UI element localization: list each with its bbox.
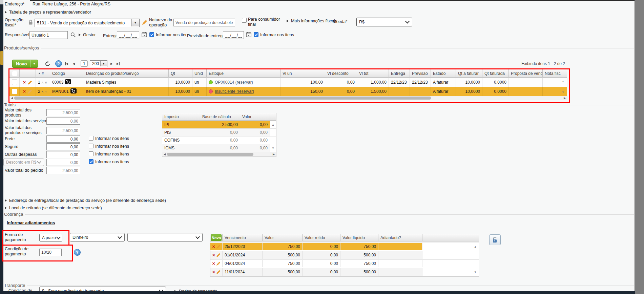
unlock-installments-button[interactable] (489, 234, 501, 245)
col-adiantado[interactable]: Adiantado? (378, 234, 422, 241)
scroll-left-icon[interactable]: ◀ (9, 97, 14, 100)
tax-row-cofins[interactable]: COFINS 0,00 0,00 (162, 136, 276, 144)
delete-row-icon[interactable]: × (212, 245, 215, 249)
total-prod-serv-input[interactable] (46, 127, 80, 134)
meio-pagamento-select[interactable]: Dinheiro (70, 233, 125, 241)
col-unid[interactable]: Unid (192, 69, 207, 78)
calendar-icon[interactable] (246, 32, 251, 37)
informar-adiantamentos-link[interactable]: Informar adiantamentos (7, 220, 55, 226)
outras-informar-checkbox[interactable] (89, 151, 94, 156)
edit-pencil-icon[interactable] (142, 20, 147, 25)
col-valor[interactable]: Valor (263, 234, 303, 241)
col-nota-fiscal[interactable]: Nota fisc (543, 69, 567, 78)
outras-despesas-input[interactable] (46, 151, 80, 158)
select-all-checkbox[interactable] (12, 71, 17, 76)
calendar-icon[interactable] (142, 32, 147, 37)
next-page-button[interactable]: ▶ (110, 61, 113, 67)
col-descricao[interactable]: Descrição do produto/serviço (84, 69, 169, 78)
col-vl-tot[interactable]: Vl tot (357, 69, 389, 78)
move-down-icon[interactable]: ∨ (45, 90, 47, 93)
endereco-entrega-toggle[interactable]: Endereço de entrega/local de prestação d… (5, 198, 166, 203)
payment-row-3[interactable]: × 04/01/2024 750,00 0,00 750,00 (210, 260, 479, 268)
edit-row-icon[interactable] (216, 253, 221, 257)
products-scroll-down-icon[interactable]: ▼ (562, 91, 564, 94)
product-row-2-selected[interactable]: × 2∧∨ MANU01 Item de manutenção - 01 10,… (9, 87, 567, 96)
row-checkbox[interactable] (12, 80, 17, 85)
camera-icon[interactable] (70, 88, 77, 94)
taxes-scroll-down-icon[interactable]: ▼ (272, 147, 274, 150)
local-retirada-toggle[interactable]: Local de retirada (se diferente do ender… (5, 206, 102, 210)
entrega-date-input[interactable] (117, 31, 139, 39)
col-entrega[interactable]: Entrega (389, 69, 410, 78)
forma-pagamento-select[interactable]: A prazo (39, 234, 62, 241)
col-valor-liquido[interactable]: Valor líquido (340, 234, 378, 241)
row-checkbox[interactable] (12, 89, 17, 94)
scroll-right-icon[interactable]: ▶ (562, 97, 567, 100)
col-previsao[interactable]: Previsão (410, 69, 431, 78)
novo-parcela-button[interactable]: Novo (211, 234, 222, 241)
responsavel-input[interactable] (29, 31, 68, 39)
move-up-icon[interactable]: ∧ (41, 81, 44, 84)
seguro-input[interactable] (46, 143, 80, 150)
dropdown-arrow-icon[interactable]: ▼ (131, 19, 139, 26)
move-down-icon[interactable]: ∨ (45, 81, 47, 84)
natureza-input[interactable] (173, 19, 235, 26)
payment-row-4[interactable]: × 11/01/2024 500,00 0,00 500,00 ▼ (210, 268, 479, 276)
total-pedido-input[interactable] (46, 167, 80, 174)
edit-row-icon[interactable] (28, 89, 32, 94)
payment-row-2[interactable]: × 01/01/2024 500,00 0,00 500,00 (210, 251, 479, 260)
dropdown-arrow-icon[interactable]: ▼ (100, 61, 107, 66)
condicao-pagamento-input[interactable] (39, 249, 62, 256)
desconto-tipo-select[interactable]: Desconto em R$ (3, 159, 44, 166)
refresh-icon[interactable] (44, 60, 51, 67)
move-up-icon[interactable]: ∧ (41, 90, 44, 93)
delete-row-icon[interactable]: × (23, 89, 26, 93)
entrega-informar-checkbox[interactable] (149, 32, 154, 37)
col-valor-retido[interactable]: Valor retido (303, 234, 340, 241)
previsao-date-input[interactable] (223, 31, 244, 39)
edit-row-icon[interactable] (216, 270, 221, 274)
page-size-select[interactable]: 200 ▼ (90, 60, 107, 67)
col-valor[interactable]: Valor (240, 113, 270, 121)
tax-row-pis[interactable]: PIS 0,00 0,00 (162, 129, 276, 136)
stock-link[interactable]: OP000014 (reservar) (215, 80, 253, 85)
select-all-header[interactable] (9, 69, 20, 78)
novo-dropdown-icon[interactable]: ▼ (31, 63, 38, 65)
page-number-input[interactable] (81, 60, 88, 67)
products-hscrollbar[interactable]: ◀ ▶ (9, 96, 567, 100)
edit-row-icon[interactable] (216, 261, 221, 266)
payment-row-1-selected[interactable]: × 25/12/2023 750,00 0,00 750,00 ▲ (210, 243, 479, 251)
frete-input[interactable] (46, 135, 80, 143)
tax-row-ipi-selected[interactable]: IPI 2.500,00 0,00 ▲ (162, 121, 276, 129)
product-row-1[interactable]: × 1∧∨ 00003 Madeira Simples 10,0000 un O… (9, 78, 567, 87)
frete-informar-checkbox[interactable] (89, 136, 94, 141)
desconto-informar-checkbox[interactable] (89, 159, 94, 164)
help-icon[interactable]: ? (74, 249, 81, 256)
tax-row-icms[interactable]: ICMS 0,00 0,00 ▼ (162, 144, 276, 152)
delete-row-icon[interactable]: × (23, 80, 26, 84)
col-codigo[interactable]: Código (50, 69, 84, 78)
col-qt[interactable]: Qt (169, 69, 192, 78)
seguro-informar-checkbox[interactable] (89, 144, 94, 148)
edit-row-icon[interactable] (216, 245, 221, 249)
prev-page-button[interactable]: ◀ (72, 61, 75, 67)
col-qt-a-faturar[interactable]: Qt a faturar (456, 69, 482, 78)
col-base[interactable]: Base de cálculo (200, 113, 240, 121)
col-vencimento[interactable]: Vencimento (223, 234, 263, 241)
col-qt-faturada[interactable]: Qt faturada (482, 69, 509, 78)
payments-scroll-up-icon[interactable]: ▲ (474, 245, 477, 248)
delete-row-icon[interactable]: × (212, 253, 215, 257)
tabela-precos-toggle[interactable]: Tabela de preços e representante/vendedo… (5, 10, 91, 15)
gestor-toggle[interactable]: Gestor (79, 33, 96, 37)
stock-link[interactable]: Insuficiente (reservar) (215, 89, 254, 94)
previsao-informar-checkbox[interactable] (254, 32, 258, 37)
col-imposto[interactable]: Imposto (162, 113, 200, 121)
total-servicos-input[interactable] (46, 118, 80, 125)
operacao-fiscal-select[interactable]: 5101 - Venda de produção do estabelecime… (35, 19, 140, 27)
help-icon[interactable]: ? (55, 60, 62, 67)
col-vl-un[interactable]: Vl un (281, 69, 325, 78)
para-consumidor-checkbox[interactable] (242, 18, 247, 23)
col-estado[interactable]: Estado (431, 69, 456, 78)
mais-informacoes-toggle[interactable]: Mais informações fiscais (287, 19, 337, 23)
novo-produto-button[interactable]: Novo ▼ (12, 60, 38, 68)
